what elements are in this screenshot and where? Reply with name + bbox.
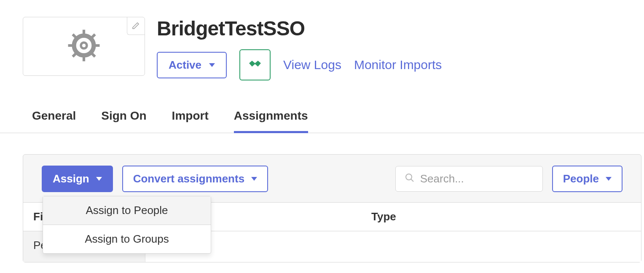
people-filter-label: People xyxy=(563,172,599,185)
people-filter-dropdown[interactable]: People xyxy=(552,166,623,192)
chevron-down-icon xyxy=(606,177,612,181)
pencil-icon xyxy=(132,21,140,31)
svg-point-0 xyxy=(74,36,94,56)
search-box xyxy=(395,166,543,192)
chevron-down-icon xyxy=(251,177,257,181)
svg-rect-3 xyxy=(83,57,85,62)
convert-assignments-button[interactable]: Convert assignments xyxy=(122,166,268,192)
view-logs-link[interactable]: View Logs xyxy=(283,58,341,72)
chevron-down-icon xyxy=(209,63,215,67)
chevron-down-icon xyxy=(96,177,102,181)
assign-dropdown-menu: Assign to People Assign to Groups xyxy=(43,196,211,254)
status-label: Active xyxy=(169,59,201,72)
page-title: BridgetTestSSO xyxy=(157,17,644,40)
svg-rect-5 xyxy=(95,44,100,47)
search-icon xyxy=(405,173,414,184)
handshake-icon xyxy=(248,59,262,71)
svg-rect-4 xyxy=(68,44,73,47)
svg-line-11 xyxy=(411,179,413,182)
convert-label: Convert assignments xyxy=(133,172,244,185)
assign-to-people-item[interactable]: Assign to People xyxy=(43,196,211,225)
handshake-button[interactable] xyxy=(239,49,271,80)
tab-import[interactable]: Import xyxy=(172,109,209,133)
svg-point-10 xyxy=(406,174,412,180)
assignments-panel: Assign Assign to People Assign to Groups… xyxy=(23,154,641,262)
tabs-bar: General Sign On Import Assignments xyxy=(0,80,644,133)
assign-label: Assign xyxy=(53,172,89,185)
monitor-imports-link[interactable]: Monitor Imports xyxy=(354,58,442,72)
tab-sign-on[interactable]: Sign On xyxy=(101,109,146,133)
column-type-header: Type xyxy=(371,203,641,231)
search-input[interactable] xyxy=(420,172,533,185)
tab-assignments[interactable]: Assignments xyxy=(234,109,308,133)
svg-point-1 xyxy=(81,43,87,48)
assign-dropdown-button[interactable]: Assign Assign to People Assign to Groups xyxy=(42,166,113,192)
status-dropdown[interactable]: Active xyxy=(157,52,227,78)
app-logo-box xyxy=(23,17,145,76)
svg-rect-2 xyxy=(83,30,85,35)
assign-to-groups-item[interactable]: Assign to Groups xyxy=(43,225,211,253)
tab-general[interactable]: General xyxy=(32,109,76,133)
edit-logo-button[interactable] xyxy=(127,17,145,35)
gear-icon xyxy=(67,29,100,64)
